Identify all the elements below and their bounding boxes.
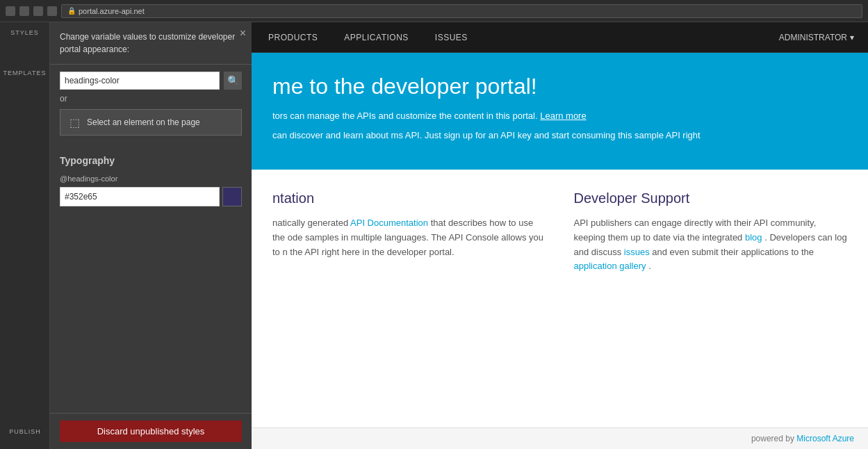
content-left-col: ntation natically generated API Document… <box>272 190 546 407</box>
browser-refresh-btn[interactable] <box>33 6 43 16</box>
address-bar[interactable]: 🔒 portal.azure-api.net <box>61 4 862 18</box>
right-content-text: API publishers can engage directly with … <box>574 216 848 274</box>
nav-item-issues[interactable]: ISSUES <box>432 33 470 42</box>
admin-arrow-icon: ▾ <box>850 33 854 42</box>
left-content-text: natically generated API Documentation th… <box>272 216 546 259</box>
panel-footer: Discard unpublished styles <box>50 413 252 449</box>
powered-by-text: powered by <box>751 434 794 443</box>
admin-label: ADMINISTRATOR <box>779 33 847 42</box>
templates-label: TEMPLATES <box>3 70 47 76</box>
lock-icon: 🔒 <box>67 7 76 15</box>
search-input[interactable] <box>60 72 220 90</box>
select-element-label: Select an element on the page <box>87 117 200 127</box>
search-button[interactable]: 🔍 <box>224 72 242 90</box>
search-row: 🔍 <box>50 65 252 94</box>
right-text-end: . <box>648 261 651 271</box>
portal-footer: powered by Microsoft Azure <box>252 427 868 449</box>
browser-forward-btn[interactable] <box>19 6 29 16</box>
browser-home-btn[interactable] <box>47 6 57 16</box>
hero-section: me to the developer portal! tors can man… <box>252 53 868 170</box>
color-swatch[interactable] <box>222 187 242 206</box>
color-value-input[interactable] <box>60 187 220 206</box>
main-layout: STYLES TEMPLATES PUBLISH × Change variab… <box>0 22 868 449</box>
hero-subtitle: tors can manage the APIs and customize t… <box>272 109 847 123</box>
api-doc-link[interactable]: API Documentation <box>350 218 428 228</box>
hero-subtitle-text: tors can manage the APIs and customize t… <box>272 111 538 121</box>
select-element-button[interactable]: ⬚ Select an element on the page <box>60 109 242 136</box>
cursor-icon: ⬚ <box>67 115 81 129</box>
left-content-heading: ntation <box>272 190 546 206</box>
browser-chrome: 🔒 portal.azure-api.net <box>0 0 868 22</box>
variable-name-label: @headings-color <box>60 174 242 183</box>
issues-link[interactable]: issues <box>624 247 650 257</box>
publish-label: PUBLISH <box>9 428 41 435</box>
hero-title: me to the developer portal! <box>272 74 847 99</box>
ms-azure-link[interactable]: Microsoft Azure <box>796 434 854 443</box>
typography-section: Typography @headings-color <box>50 145 252 413</box>
admin-button[interactable]: ADMINISTRATOR ▾ <box>779 33 854 42</box>
hero-body: can discover and learn about ms API. Jus… <box>272 129 847 142</box>
styles-panel: × Change variable values to customize de… <box>50 22 252 449</box>
content-right-col: Developer Support API publishers can eng… <box>574 190 848 407</box>
close-button[interactable]: × <box>240 28 246 39</box>
left-sidebar: STYLES TEMPLATES PUBLISH <box>0 22 50 449</box>
panel-header: Change variable values to customize deve… <box>50 22 252 65</box>
search-icon: 🔍 <box>227 75 239 86</box>
or-text: or <box>50 94 252 109</box>
learn-more-link[interactable]: Learn more <box>540 111 586 121</box>
url-text: portal.azure-api.net <box>79 7 145 15</box>
discard-button[interactable]: Discard unpublished styles <box>60 421 242 442</box>
typography-title: Typography <box>60 155 242 166</box>
right-text-after-issues: and even submit their applications to th… <box>652 247 814 257</box>
app-gallery-link[interactable]: application gallery <box>574 261 646 271</box>
nav-item-applications[interactable]: APPLICATIONS <box>341 33 411 42</box>
left-text-1: natically generated <box>272 218 348 228</box>
content-section: ntation natically generated API Document… <box>252 170 868 427</box>
right-content-heading: Developer Support <box>574 190 848 206</box>
color-input-row <box>60 187 242 206</box>
blog-link[interactable]: blog <box>745 232 762 243</box>
nav-item-products[interactable]: PRODUCTS <box>265 33 320 42</box>
browser-back-btn[interactable] <box>6 6 15 16</box>
main-content: PRODUCTS APPLICATIONS ISSUES ADMINISTRAT… <box>252 22 868 449</box>
top-nav: PRODUCTS APPLICATIONS ISSUES ADMINISTRAT… <box>252 22 868 53</box>
styles-label: STYLES <box>10 29 39 36</box>
panel-header-text: Change variable values to customize deve… <box>60 32 235 54</box>
